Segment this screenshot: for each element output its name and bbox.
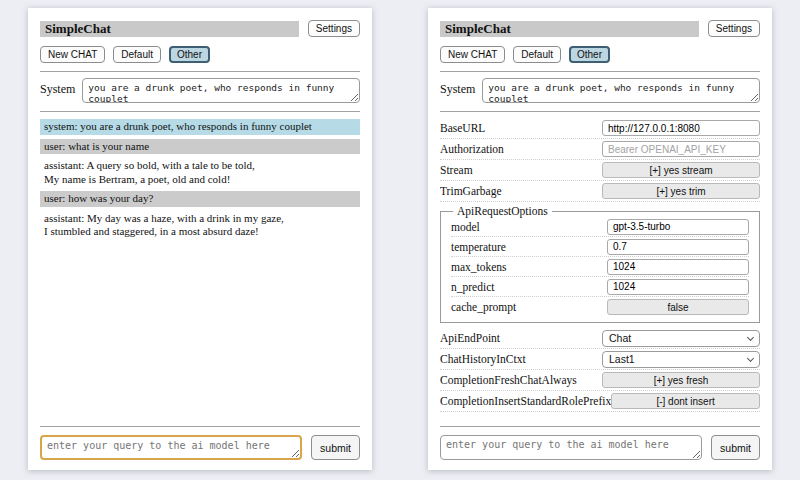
settings-form: BaseURL Authorization Stream [+] yes str… [440,118,760,418]
authorization-input[interactable] [602,141,760,157]
cache-prompt-row: cache_prompt false [451,297,749,317]
chevron-down-icon [747,354,754,361]
api-endpoint-label: ApiEndPoint [440,332,500,344]
session-toolbar: New CHAT Default Other [40,46,360,63]
completion-fresh-chat-row: CompletionFreshChatAlways [+] yes fresh [440,370,760,391]
chat-message-system: system: you are a drunk poet, who respon… [40,119,360,135]
api-endpoint-select[interactable]: Chat [602,330,760,347]
model-input[interactable] [607,219,749,235]
chat-message-assistant: assistant: My day was a haze, with a dri… [40,211,360,240]
session-tab-default[interactable]: Default [513,46,561,63]
session-tab-other[interactable]: Other [569,46,610,63]
title-bar: SimpleChat Settings [40,20,360,37]
max-tokens-label: max_tokens [451,261,507,273]
chat-history-in-ctxt-select[interactable]: Last1 [602,351,760,368]
chat-history-in-ctxt-row: ChatHistoryInCtxt Last1 [440,349,760,370]
divider [40,426,360,427]
divider [40,111,360,112]
app-title: SimpleChat [40,21,299,37]
simplechat-chat-panel: SimpleChat Settings New CHAT Default Oth… [28,8,372,470]
max-tokens-row: max_tokens [451,257,749,277]
chat-message-user: user: how was your day? [40,191,360,207]
completion-fresh-chat-label: CompletionFreshChatAlways [440,374,577,386]
title-bar: SimpleChat Settings [440,20,760,37]
temperature-row: temperature [451,237,749,257]
trim-garbage-label: TrimGarbage [440,185,502,197]
authorization-label: Authorization [440,143,504,155]
temperature-label: temperature [451,241,506,253]
settings-button[interactable]: Settings [308,20,360,37]
api-endpoint-row: ApiEndPoint Chat [440,328,760,349]
max-tokens-input[interactable] [607,259,749,275]
app-title: SimpleChat [440,21,699,37]
cache-prompt-label: cache_prompt [451,301,516,313]
session-toolbar: New CHAT Default Other [440,46,760,63]
simplechat-settings-panel: SimpleChat Settings New CHAT Default Oth… [428,8,772,470]
divider [440,71,760,72]
query-input[interactable] [440,435,702,460]
system-prompt-input[interactable]: you are a drunk poet, who responds in fu… [482,78,760,103]
session-tab-other[interactable]: Other [169,46,210,63]
api-request-options-fieldset: ApiRequestOptions model temperature max_… [440,205,760,323]
trim-garbage-row: TrimGarbage [+] yes trim [440,181,760,202]
system-label: System [440,78,475,97]
authorization-row: Authorization [440,139,760,160]
api-request-options-legend: ApiRequestOptions [453,205,552,217]
chat-history-selected-value: Last1 [609,353,635,365]
new-chat-button[interactable]: New CHAT [40,46,105,63]
stream-toggle-button[interactable]: [+] yes stream [602,162,760,178]
submit-button[interactable]: submit [311,435,360,460]
model-label: model [451,221,480,233]
system-prompt-row: System you are a drunk poet, who respond… [40,78,360,103]
n-predict-input[interactable] [607,279,749,295]
completion-insert-role-prefix-toggle-button[interactable]: [-] dont insert [611,393,760,409]
settings-button[interactable]: Settings [708,20,760,37]
api-endpoint-selected-value: Chat [609,332,631,344]
stream-label: Stream [440,164,473,176]
query-row: submit [440,435,760,460]
system-prompt-input[interactable]: you are a drunk poet, who responds in fu… [82,78,360,103]
cache-prompt-toggle-button[interactable]: false [607,299,749,315]
chevron-down-icon [747,333,754,340]
n-predict-label: n_predict [451,281,494,293]
system-prompt-row: System you are a drunk poet, who respond… [440,78,760,103]
system-label: System [40,78,75,97]
model-row: model [451,217,749,237]
divider [40,71,360,72]
divider [440,111,760,112]
n-predict-row: n_predict [451,277,749,297]
submit-button[interactable]: submit [711,435,760,460]
base-url-label: BaseURL [440,122,485,134]
session-tab-default[interactable]: Default [113,46,161,63]
base-url-input[interactable] [602,120,760,136]
chat-history-in-ctxt-label: ChatHistoryInCtxt [440,353,526,365]
new-chat-button[interactable]: New CHAT [440,46,505,63]
completion-fresh-chat-toggle-button[interactable]: [+] yes fresh [602,372,760,388]
trim-garbage-toggle-button[interactable]: [+] yes trim [602,183,760,199]
chat-message-user: user: what is your name [40,139,360,155]
query-input[interactable] [40,435,302,460]
chat-message-assistant: assistant: A query so bold, with a tale … [40,158,360,187]
query-row: submit [40,435,360,460]
completion-insert-role-prefix-label: CompletionInsertStandardRolePrefix [440,395,611,407]
temperature-input[interactable] [607,239,749,255]
stream-row: Stream [+] yes stream [440,160,760,181]
completion-insert-role-prefix-row: CompletionInsertStandardRolePrefix [-] d… [440,391,760,412]
divider [440,426,760,427]
base-url-row: BaseURL [440,118,760,139]
chat-log: system: you are a drunk poet, who respon… [40,119,360,418]
